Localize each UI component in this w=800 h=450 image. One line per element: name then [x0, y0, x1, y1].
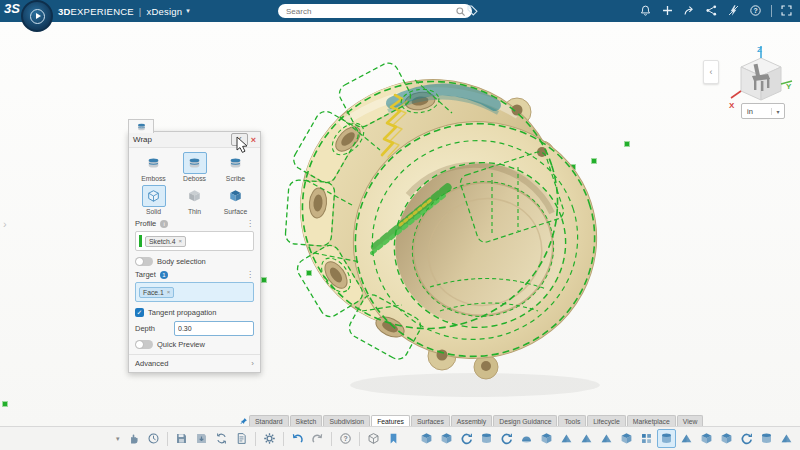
selection-icon[interactable]: [124, 429, 143, 448]
tab-lifecycle[interactable]: Lifecycle: [587, 415, 625, 426]
toolbar-collapse-icon[interactable]: ▾: [116, 435, 120, 443]
scribe-option[interactable]: Scribe: [215, 152, 256, 182]
fillet-icon[interactable]: [557, 429, 576, 448]
assistant-icon[interactable]: [727, 4, 741, 18]
bookmark-icon[interactable]: [384, 429, 403, 448]
hole-icon[interactable]: [757, 429, 776, 448]
pocket-icon[interactable]: [437, 429, 456, 448]
shell-icon[interactable]: [537, 429, 556, 448]
model-3d[interactable]: [280, 55, 710, 405]
tab-features[interactable]: Features: [371, 415, 410, 426]
draft-icon[interactable]: [597, 429, 616, 448]
depth-label: Depth: [135, 324, 155, 333]
kebab-menu-icon[interactable]: ⋮: [246, 270, 254, 279]
quick-preview-toggle[interactable]: [135, 340, 153, 349]
tab-view[interactable]: View: [677, 415, 704, 426]
save-icon[interactable]: [172, 429, 191, 448]
redo-icon[interactable]: [308, 429, 327, 448]
tab-assembly[interactable]: Assembly: [451, 415, 492, 426]
fullscreen-icon[interactable]: [780, 4, 794, 18]
app-brand[interactable]: 3DEXPERIENCE | xDesign ▾: [58, 0, 190, 22]
dome-icon[interactable]: [797, 429, 800, 448]
tangent-label: Tangent propagation: [148, 308, 216, 317]
rib-icon[interactable]: [677, 429, 696, 448]
quick-preview-label: Quick Preview: [157, 340, 205, 349]
emboss-option[interactable]: Emboss: [133, 152, 174, 182]
chip-remove-icon[interactable]: ×: [167, 289, 171, 295]
notifications-icon[interactable]: [639, 4, 653, 18]
wrap-dialog-titlebar[interactable]: Wrap ✓ ×: [129, 132, 260, 148]
target-selection-field[interactable]: Face.1 ×: [135, 282, 254, 302]
pattern-icon[interactable]: [637, 429, 656, 448]
advanced-section[interactable]: Advanced ›: [129, 354, 260, 372]
profile-chip[interactable]: Sketch.4 ×: [145, 236, 186, 247]
replace-face-icon[interactable]: [737, 429, 756, 448]
compass-menu-icon[interactable]: [21, 0, 53, 32]
tab-marketplace[interactable]: Marketplace: [627, 415, 676, 426]
depth-input[interactable]: [174, 321, 254, 336]
sketch-point: [262, 278, 266, 282]
search-bar[interactable]: [278, 4, 472, 18]
close-icon[interactable]: ×: [251, 135, 256, 145]
target-label: Target: [135, 270, 156, 279]
split-icon[interactable]: [777, 429, 796, 448]
history-icon[interactable]: [144, 429, 163, 448]
tab-design-guidance[interactable]: Design Guidance: [493, 415, 557, 426]
wrap-icon[interactable]: [657, 429, 676, 448]
units-dropdown[interactable]: in ▾: [741, 103, 785, 119]
chevron-down-icon[interactable]: ▾: [186, 7, 190, 15]
pad-icon[interactable]: [417, 429, 436, 448]
ok-button[interactable]: ✓: [231, 133, 248, 146]
solid-option[interactable]: Solid: [133, 185, 174, 215]
thin-icon: [187, 189, 202, 203]
toolbar-separator: [331, 432, 332, 446]
pin-icon[interactable]: [240, 416, 248, 426]
brand-experience: EXPERIENCE: [71, 6, 134, 17]
mirror-icon[interactable]: [617, 429, 636, 448]
panel-collapse-button[interactable]: ‹: [703, 60, 719, 84]
brand-separator: |: [139, 6, 142, 17]
tab-tools[interactable]: Tools: [558, 415, 586, 426]
undo-icon[interactable]: [288, 429, 307, 448]
kebab-menu-icon[interactable]: ⋮: [246, 219, 254, 228]
body-selection-toggle[interactable]: [135, 257, 153, 266]
left-panel-expander[interactable]: ›: [3, 218, 7, 230]
tab-surfaces[interactable]: Surfaces: [411, 415, 450, 426]
tab-subdivision[interactable]: Subdivision: [323, 415, 370, 426]
workbench-tabs: StandardSketchSubdivisionFeaturesSurface…: [240, 413, 704, 426]
save-as-icon[interactable]: [192, 429, 211, 448]
chamfer-icon[interactable]: [577, 429, 596, 448]
tab-sketch[interactable]: Sketch: [290, 415, 323, 426]
export-icon[interactable]: [232, 429, 251, 448]
settings-icon[interactable]: [260, 429, 279, 448]
tab-standard[interactable]: Standard: [249, 415, 289, 426]
tangent-checkbox[interactable]: ✓: [135, 308, 144, 317]
tag-icon[interactable]: [466, 4, 479, 17]
profile-selection-field[interactable]: Sketch.4 ×: [135, 231, 254, 251]
revolve-icon[interactable]: [457, 429, 476, 448]
stiffener-icon[interactable]: [697, 429, 716, 448]
collaboration-icon[interactable]: [705, 4, 719, 18]
deboss-option[interactable]: Deboss: [174, 152, 215, 182]
help-icon[interactable]: [749, 4, 763, 18]
surface-option[interactable]: Surface: [215, 185, 256, 215]
search-input[interactable]: [284, 6, 455, 17]
share-icon[interactable]: [683, 4, 697, 18]
groove-icon[interactable]: [477, 429, 496, 448]
search-icon[interactable]: [455, 6, 466, 17]
solid-icon: [146, 189, 161, 203]
help-icon[interactable]: [336, 429, 355, 448]
boolean-icon[interactable]: [717, 429, 736, 448]
app-name: xDesign: [146, 6, 182, 17]
thin-option[interactable]: Thin: [174, 185, 215, 215]
add-icon[interactable]: [661, 4, 675, 18]
view-box-icon[interactable]: [364, 429, 383, 448]
update-icon[interactable]: [212, 429, 231, 448]
wrap-dialog-tab[interactable]: [128, 119, 154, 133]
loft-icon[interactable]: [517, 429, 536, 448]
chip-remove-icon[interactable]: ×: [178, 238, 182, 244]
target-chip[interactable]: Face.1 ×: [139, 287, 174, 298]
sketch-color-bar: [139, 235, 142, 247]
sweep-icon[interactable]: [497, 429, 516, 448]
standard-tools: [124, 429, 403, 448]
